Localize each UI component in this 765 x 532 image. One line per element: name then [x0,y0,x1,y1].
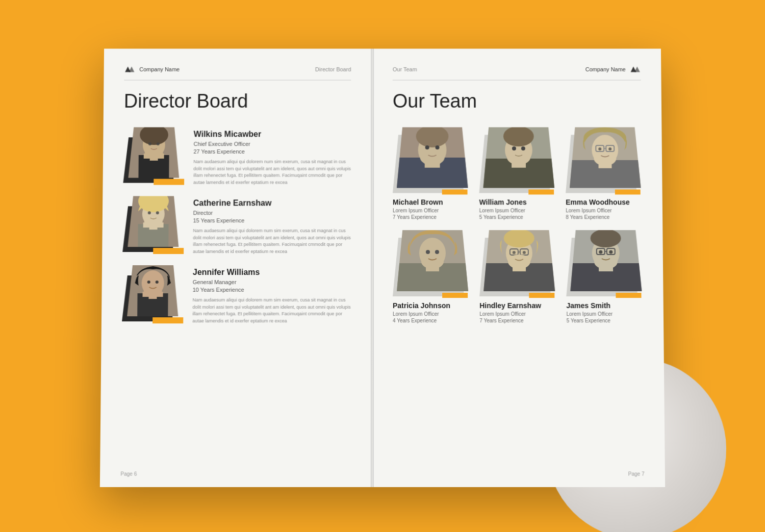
team-title-4: Lorem Ipsum Officer [393,311,472,317]
logo-area-left: Company Name [124,64,180,75]
team-portrait-2 [483,127,554,188]
svg-rect-8 [150,156,158,160]
director-photo-1 [123,127,184,183]
page-left: Company Name Director Board Director Boa… [100,48,372,487]
svg-point-66 [504,230,534,247]
team-grid: Michael Brown Lorem Ipsum Officer 7 Year… [393,127,643,323]
face-svg-2 [128,196,179,247]
team-face-4 [397,230,468,291]
team-photo-2 [479,127,558,193]
director-experience-1: 27 Years Experience [193,148,351,155]
svg-rect-60 [426,265,439,271]
team-exp-1: 7 Years Experience [393,214,472,220]
team-portrait-1 [397,127,468,188]
team-photo-3 [565,127,644,193]
portrait-3 [127,265,178,316]
team-face-6 [570,230,642,291]
director-name-3: Jennifer Williams [193,267,351,276]
team-name-5: Hindley Earnshaw [479,301,558,310]
team-accent-5 [529,293,554,298]
team-title-2: Lorem Ipsum Officer [479,208,558,213]
page-title-left: Director Board [124,90,351,112]
team-exp-2: 5 Years Experience [479,214,558,220]
svg-rect-35 [425,161,440,167]
team-portrait-5 [483,230,555,291]
director-title-2: Director [193,210,351,216]
page-footer-right: Page 7 [628,471,645,476]
team-photo-6 [566,230,646,296]
svg-rect-79 [599,265,613,271]
page-title-right: Our Team [393,90,641,112]
team-title-3: Lorem Ipsum Officer [566,208,645,213]
director-name-2: Catherine Earnshaw [193,198,351,208]
svg-rect-50 [598,162,611,168]
team-title-6: Lorem Ipsum Officer [567,311,646,317]
logo-icon-right [630,64,641,75]
team-accent-2 [528,189,554,194]
photo-accent-2 [153,248,184,254]
director-bio-2: Nam audaesum aliqui qui dolorem num sim … [193,227,351,255]
team-title-1: Lorem Ipsum Officer [393,208,472,213]
team-member-5: Hindley Earnshaw Lorem Ipsum Officer 7 Y… [479,230,559,323]
section-label-right: Our Team [393,66,417,72]
company-name-right: Company Name [585,66,626,72]
team-photo-4 [393,230,472,296]
svg-rect-25 [148,295,157,299]
team-exp-4: 4 Years Experience [393,318,472,323]
director-name-1: Wilkins Micawber [194,130,351,139]
team-exp-5: 7 Years Experience [479,318,558,323]
photo-accent-1 [154,179,184,185]
photo-accent-3 [152,317,183,323]
face-svg-3 [127,265,178,316]
book-spread: Company Name Director Board Director Boa… [100,48,665,487]
team-face-5 [483,230,555,291]
logo-icon-left [124,64,135,75]
svg-rect-43 [512,161,526,167]
director-photo-3 [122,265,184,321]
director-info-3: Jennifer Williams General Manager 10 Yea… [192,265,351,324]
portrait-2 [128,196,179,247]
svg-rect-73 [513,265,526,271]
team-member-2: William Jones Lorem Ipsum Officer 5 Year… [479,127,558,220]
portrait-1 [129,127,180,178]
team-portrait-6 [570,230,642,291]
team-accent-6 [616,293,641,298]
company-name-left: Company Name [139,66,180,72]
team-name-3: Emma Woodhouse [566,198,645,206]
director-bio-1: Nam audaesum aliqui qui dolorem num sim … [193,158,351,186]
logo-area-right: Company Name [585,64,641,75]
team-exp-3: 8 Years Experience [566,214,645,220]
team-name-2: William Jones [479,198,558,206]
director-title-1: Chief Executive Officer [194,141,351,147]
team-name-1: Michael Brown [393,198,472,206]
director-info-2: Catherine Earnshaw Director 15 Years Exp… [193,196,351,255]
team-photo-5 [479,230,559,296]
director-title-3: General Manager [193,278,351,285]
team-accent-1 [442,189,468,194]
svg-marker-1 [129,66,134,72]
team-exp-6: 5 Years Experience [567,318,646,323]
team-accent-4 [442,293,468,298]
section-label-left: Director Board [315,66,351,72]
director-list: Wilkins Micawber Chief Executive Officer… [122,127,351,324]
svg-rect-17 [149,225,158,230]
team-member-4: Patricia Johnson Lorem Ipsum Officer 4 Y… [393,230,472,323]
director-item: Wilkins Micawber Chief Executive Officer… [123,127,351,186]
face-svg-1 [129,127,180,178]
director-info-1: Wilkins Micawber Chief Executive Officer… [193,127,351,186]
book-spine [371,48,374,487]
director-item-3: Jennifer Williams General Manager 10 Yea… [122,265,351,324]
director-item-2: Catherine Earnshaw Director 15 Years Exp… [122,196,351,255]
left-header: Company Name Director Board [124,64,351,81]
team-face-2 [483,127,554,188]
team-member-6: James Smith Lorem Ipsum Officer 5 Years … [566,230,646,323]
right-header: Our Team Company Name [393,64,641,81]
team-member-1: Michael Brown Lorem Ipsum Officer 7 Year… [393,127,472,220]
svg-point-41 [503,127,534,146]
svg-point-33 [416,127,449,147]
director-photo-2 [122,196,184,252]
team-name-4: Patricia Johnson [393,301,472,310]
team-member-3: Emma Woodhouse Lorem Ipsum Officer 8 Yea… [565,127,645,220]
svg-point-77 [590,230,621,247]
team-name-6: James Smith [566,301,645,310]
